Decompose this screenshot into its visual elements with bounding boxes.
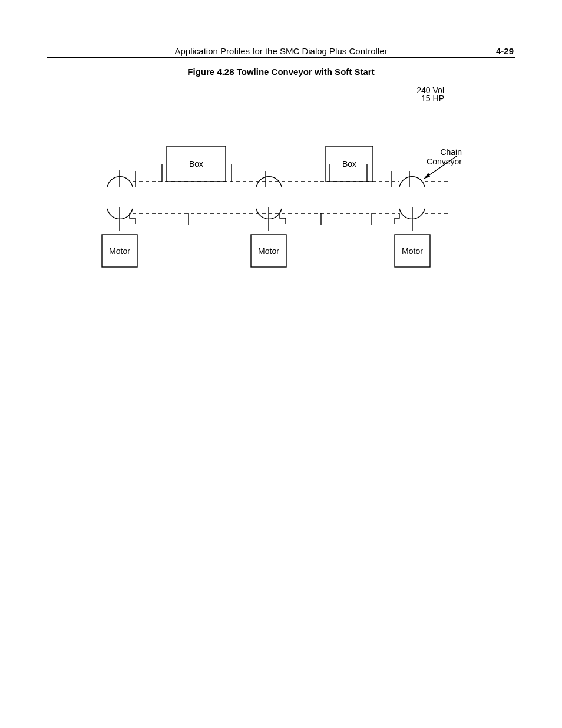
document-page: Application Profiles for the SMC Dialog … [0, 0, 562, 728]
figure-diagram: Box Box Motor Motor Motor [100, 130, 477, 283]
page-header-title: Application Profiles for the SMC Dialog … [0, 46, 562, 56]
spec-power: 15 HP [421, 94, 444, 103]
motor-label-2: Motor [258, 246, 279, 256]
motor-label-3: Motor [402, 246, 423, 256]
box-label-2: Box [342, 159, 356, 169]
box-label-1: Box [189, 159, 203, 169]
page-number: 4-29 [496, 46, 514, 56]
motor-label-1: Motor [109, 246, 130, 256]
figure-caption: Figure 4.28 Towline Conveyor with Soft S… [0, 67, 562, 77]
header-rule [47, 57, 515, 58]
svg-marker-25 [424, 173, 430, 179]
